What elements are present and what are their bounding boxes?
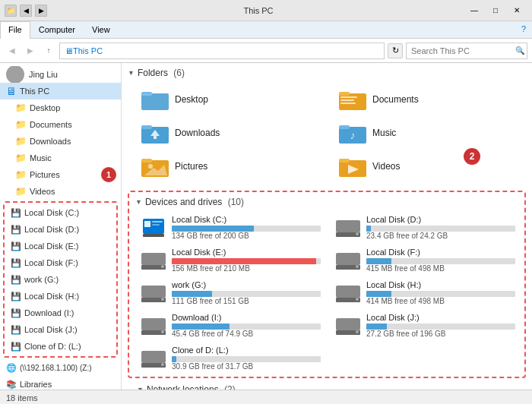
folders-section-header[interactable]: Folders (6) [128, 68, 526, 78]
svg-point-36 [356, 265, 359, 268]
folder-icon: 📁 [15, 136, 27, 147]
network-section-header[interactable]: Network locations (2) [137, 384, 526, 390]
help-button[interactable]: ? [515, 21, 532, 38]
drive-item-e[interactable]: Local Disk (E:) 156 MB free of 210 MB [138, 246, 324, 274]
back-icon[interactable]: ◀ [20, 5, 32, 17]
folder-name: Music [372, 128, 396, 138]
drive-item-f[interactable]: Local Disk (F:) 415 MB free of 498 MB [333, 246, 518, 274]
svg-point-48 [356, 330, 359, 333]
folder-pictures[interactable]: Pictures [137, 151, 328, 181]
drive-item-g[interactable]: work (G:) 111 GB free of 151 GB [138, 279, 324, 307]
folder-svg [141, 87, 169, 112]
drive-icon: 💾 [11, 225, 21, 235]
sidebar-item-e[interactable]: 💾 Local Disk (E:) [5, 238, 116, 254]
sidebar-item-libraries[interactable]: 📚 Libraries [0, 376, 121, 390]
sidebar-item-this-pc[interactable]: 🖥 This PC [0, 83, 121, 99]
drive-bar [366, 324, 387, 330]
sidebar-item-label: Music [30, 153, 52, 163]
folder-svg [339, 87, 366, 112]
sidebar-item-j[interactable]: 💾 Local Disk (J:) [5, 321, 116, 338]
maximize-button[interactable]: □ [485, 4, 506, 17]
drive-name: Local Disk (D:) [366, 215, 515, 224]
forward-icon[interactable]: ▶ [35, 5, 47, 17]
badge-2: 2 [464, 148, 480, 165]
sidebar-item-videos[interactable]: 📁 Videos [0, 183, 121, 200]
sidebar: Jing Liu 🖥 This PC 📁 Desktop 📁 Documents… [0, 63, 122, 390]
drive-svg-j [336, 315, 360, 336]
quick-access-icon[interactable]: 📁 [5, 5, 17, 17]
sidebar-item-d[interactable]: 💾 Local Disk (D:) [5, 221, 116, 238]
close-button[interactable]: ✕ [506, 4, 527, 17]
up-button[interactable]: ↑ [41, 43, 56, 58]
drive-bar [172, 324, 230, 330]
folder-documents[interactable]: Documents [334, 84, 526, 115]
svg-rect-16 [141, 159, 152, 163]
sidebar-item-downloads[interactable]: 📁 Downloads [0, 133, 121, 150]
sidebar-item-f[interactable]: 💾 Local Disk (F:) [5, 254, 116, 271]
drive-item-c[interactable]: Local Disk (C:) 134 GB free of 200 GB [138, 213, 324, 241]
sidebar-item-desktop[interactable]: 📁 Desktop [0, 99, 121, 116]
drive-info-g: work (G:) 111 GB free of 151 GB [172, 280, 321, 305]
drive-name: work (G:) [172, 280, 321, 289]
path-icon: 🖥 [65, 46, 73, 55]
drive-info-e: Local Disk (E:) 156 MB free of 210 MB [172, 248, 321, 273]
drive-bar [172, 356, 176, 362]
sidebar-item-z[interactable]: 🌐 (\\192.168.1.100) (Z:) [0, 359, 121, 376]
folder-desktop[interactable]: Desktop [137, 84, 328, 115]
drive-bar-wrapper [172, 291, 321, 297]
refresh-button[interactable]: ↻ [388, 43, 403, 58]
back-button[interactable]: ◀ [5, 43, 20, 58]
svg-rect-43 [141, 318, 166, 330]
sidebar-item-l[interactable]: 💾 Clone of D: (L:) [5, 338, 116, 355]
drive-bar [172, 226, 254, 232]
sidebar-item-c[interactable]: 💾 Local Disk (C:) [5, 204, 116, 221]
drive-bar-wrapper [172, 226, 321, 232]
sidebar-item-documents[interactable]: 📁 Documents [0, 116, 121, 133]
drive-item-i[interactable]: Download (I:) 45.4 GB free of 74.9 GB [138, 311, 324, 339]
sidebar-item-h[interactable]: 💾 Local Disk (H:) [5, 288, 116, 305]
tab-file[interactable]: File [0, 21, 30, 39]
drive-bar-wrapper [172, 258, 321, 264]
svg-rect-20 [339, 159, 350, 163]
drive-svg-f [336, 250, 360, 271]
svg-rect-34 [336, 253, 360, 265]
drive-svg-c [141, 217, 166, 238]
drive-icon: 💾 [11, 325, 21, 335]
drive-info-c: Local Disk (C:) 134 GB free of 200 GB [172, 215, 321, 240]
sidebar-username: Jing Liu [29, 70, 58, 79]
tab-computer[interactable]: Computer [30, 21, 84, 38]
main-layout: Jing Liu 🖥 This PC 📁 Desktop 📁 Documents… [0, 63, 532, 390]
folder-icon: 📁 [15, 103, 27, 113]
folder-music[interactable]: ♪ Music [334, 118, 526, 148]
drive-item-h[interactable]: Local Disk (H:) 414 MB free of 498 MB [333, 279, 518, 307]
sidebar-item-label: Downloads [30, 137, 71, 146]
sidebar-item-pictures[interactable]: 📁 Pictures 1 [0, 166, 121, 183]
folder-videos[interactable]: Videos 2 [334, 151, 526, 181]
sidebar-item-g[interactable]: 💾 work (G:) [5, 271, 116, 288]
folder-name: Videos [372, 161, 400, 172]
search-input[interactable] [406, 43, 527, 59]
drive-item-j[interactable]: Local Disk (J:) 27.2 GB free of 196 GB [333, 311, 518, 339]
drive-item-l[interactable]: Clone of D: (L:) 30.9 GB free of 31.7 GB [138, 344, 324, 372]
tab-view[interactable]: View [84, 21, 119, 38]
drives-section-header[interactable]: Devices and drives (10) [135, 197, 518, 207]
content-area: Folders (6) Desktop Do [122, 63, 532, 390]
network-count: (2) [222, 384, 236, 390]
minimize-button[interactable]: — [464, 4, 485, 17]
forward-button[interactable]: ▶ [23, 43, 38, 58]
svg-point-51 [161, 363, 164, 366]
folder-downloads[interactable]: Downloads [137, 118, 328, 148]
drive-item-d[interactable]: Local Disk (D:) 23.4 GB free of 24.2 GB [333, 213, 518, 241]
drive-name: Local Disk (H:) [366, 280, 515, 289]
sidebar-item-music[interactable]: 📁 Music [0, 150, 121, 166]
svg-rect-3 [339, 93, 366, 110]
sidebar-item-i[interactable]: 💾 Download (I:) [5, 305, 116, 321]
drive-bar-wrapper [172, 356, 321, 362]
address-path[interactable]: 🖥 This PC [59, 43, 385, 59]
network-section: Network locations (2) Network... Network… [128, 384, 526, 390]
svg-point-42 [356, 298, 359, 301]
svg-rect-6 [340, 99, 354, 101]
drive-free: 111 GB free of 151 GB [172, 297, 321, 305]
window-controls: — □ ✕ [464, 4, 527, 17]
svg-rect-27 [152, 224, 160, 226]
